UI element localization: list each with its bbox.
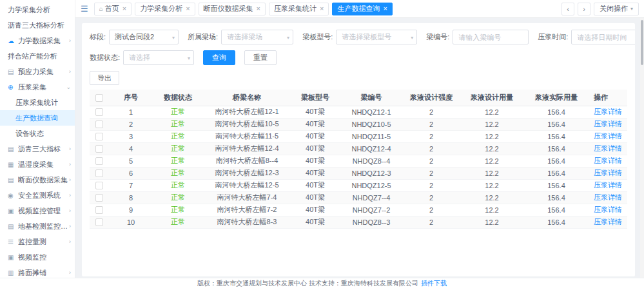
table-row[interactable]: 5正常南河特大桥左幅8--440T梁NHDQZ8--4212.2156.4压浆详…	[90, 155, 627, 167]
sidebar-item[interactable]: 生产数据查询	[0, 110, 75, 126]
tab[interactable]: 断面仪数据采集×	[199, 3, 266, 15]
row-checkbox[interactable]	[95, 218, 103, 226]
collapse-sidebar-icon[interactable]: ☰	[78, 4, 91, 14]
plugin-download-link[interactable]: 插件下载	[421, 279, 447, 288]
close-icon[interactable]: ×	[257, 5, 260, 12]
row-checkbox[interactable]	[95, 120, 103, 128]
table-cell: 40T梁	[291, 106, 340, 118]
camera-icon: ▣	[8, 207, 16, 215]
table-row[interactable]: 1正常南河特大桥左幅12-140T梁NHDQZ12-1212.2156.4压浆详…	[90, 106, 627, 118]
row-checkbox[interactable]	[95, 157, 103, 165]
sidebar-item[interactable]: ▤地基检测监控平台›	[0, 218, 75, 234]
sidebar-item[interactable]: ☰监控量测›	[0, 234, 75, 249]
sidebar-item[interactable]: ▣视频监控	[0, 249, 75, 265]
sidebar-item[interactable]: ▦温湿度采集›	[0, 157, 75, 172]
actions-cell: 压浆详情查看孔位图	[589, 191, 627, 204]
chevron-right-icon: ›	[68, 269, 71, 276]
tab[interactable]: ⌂首页×	[94, 3, 132, 15]
actions-cell: 压浆详情查看孔位图	[589, 216, 627, 228]
table-row[interactable]: 9正常南河特大桥左幅7-240T梁NHDQZ7--2212.2156.4压浆详情…	[90, 204, 627, 216]
close-icon[interactable]: ×	[122, 5, 126, 12]
close-icon[interactable]: ×	[320, 5, 324, 12]
row-checkbox[interactable]	[95, 169, 103, 177]
beam-no-filter-label: 梁编号:	[426, 32, 449, 42]
filter-row-1: 标段: 测试合同段2 ▾ 所属梁场: 请选择梁场 ▾	[90, 30, 627, 44]
close-icon[interactable]: ×	[383, 5, 387, 12]
table-cell: 156.4	[524, 167, 589, 179]
grouting-detail-link[interactable]: 压浆详情	[594, 108, 622, 115]
table-cell: 40T梁	[291, 118, 340, 130]
yard-filter-label: 所属梁场:	[188, 32, 218, 42]
footer: 版权：重庆市交通规划与技术发展中心 技术支持：重庆海特科技发展有限公司 插件下载	[0, 278, 644, 288]
sidebar-item[interactable]: 沥青三大指标分析	[0, 17, 75, 33]
grouting-detail-link[interactable]: 压浆详情	[594, 144, 622, 152]
sidebar-item-label: 生产数据查询	[15, 113, 58, 123]
table-row[interactable]: 2正常南河特大桥左幅10-540T梁NHDQZ10-5212.2156.4压浆详…	[90, 118, 627, 130]
close-icon[interactable]: ×	[186, 5, 190, 12]
tab[interactable]: 压浆采集统计×	[269, 3, 329, 15]
row-checkbox[interactable]	[95, 206, 103, 214]
tab[interactable]: 力学采集分析×	[135, 3, 195, 15]
gauge-icon: ▦	[8, 161, 16, 168]
row-checkbox[interactable]	[95, 133, 103, 140]
select-all-checkbox[interactable]	[95, 94, 103, 102]
sidebar-item[interactable]: 拌合站产能分析	[0, 48, 75, 64]
sidebar-item[interactable]: ⊕压浆采集⌄	[0, 79, 75, 95]
chevron-down-icon: ▾	[287, 35, 289, 41]
sidebar-item[interactable]: 压浆采集统计	[0, 95, 75, 110]
table-row[interactable]: 7正常南河特大桥左幅12-540T梁NHDQZ12-5212.2156.4压浆详…	[90, 179, 627, 191]
chart-icon: ▤	[8, 146, 16, 153]
table-row[interactable]: 3正常南河特大桥左幅11-540T梁NHDQZ11-5212.2156.4压浆详…	[90, 130, 627, 142]
data-status-select[interactable]: 请选择 ▾	[123, 50, 194, 65]
grouting-detail-link[interactable]: 压浆详情	[594, 193, 622, 201]
table-row[interactable]: 4正常南河特大桥左幅12-440T梁NHDQZ12-4212.2156.4压浆详…	[90, 142, 627, 155]
table-cell: 12.2	[460, 216, 524, 228]
sidebar-item[interactable]: ☁力学数据采集›	[0, 33, 75, 48]
sidebar-item[interactable]: 设备状态	[0, 126, 75, 141]
tabs-scroll-left-button[interactable]: ‹	[561, 3, 574, 15]
table-cell: 40T梁	[291, 167, 340, 179]
model-select-placeholder: 请选择梁板型号	[342, 32, 391, 42]
sidebar-item[interactable]: ▤断面仪数据采集›	[0, 172, 75, 187]
row-checkbox[interactable]	[95, 182, 103, 189]
actions-cell: 压浆详情查看孔位图	[589, 106, 627, 118]
sidebar-item[interactable]: ◉安全监测系统›	[0, 187, 75, 203]
table-cell: 5	[109, 155, 153, 167]
sidebar-item-label: 力学数据采集	[18, 36, 61, 46]
grouting-detail-link[interactable]: 压浆详情	[594, 132, 622, 140]
status-badge: 正常	[171, 120, 185, 128]
reset-button[interactable]: 重置	[244, 50, 277, 65]
tab-label: 压浆采集统计	[274, 4, 317, 14]
grouting-detail-link[interactable]: 压浆详情	[594, 181, 622, 189]
grouting-detail-link[interactable]: 压浆详情	[594, 218, 622, 226]
beam-no-input[interactable]	[453, 30, 529, 44]
sidebar-item-label: 温湿度采集	[18, 160, 54, 169]
column-header: 操作	[589, 90, 627, 106]
sidebar-item[interactable]: ▣视频监控管理›	[0, 203, 75, 218]
sidebar-item[interactable]: ▤预应力采集›	[0, 64, 75, 79]
grouting-detail-link[interactable]: 压浆详情	[594, 169, 622, 177]
grouting-detail-link[interactable]: 压浆详情	[594, 206, 622, 213]
tab[interactable]: 生产数据查询×	[332, 3, 392, 15]
query-button[interactable]: 查询	[203, 50, 235, 65]
vertical-scrollbar-thumb[interactable]	[641, 20, 643, 65]
sidebar-item[interactable]: ▤沥青三大指标›	[0, 141, 75, 157]
close-operations-button[interactable]: 关闭操作 ▾	[594, 3, 639, 15]
row-checkbox[interactable]	[95, 194, 103, 202]
column-header: 数据状态	[153, 90, 203, 106]
tabs-scroll-right-button[interactable]: ›	[578, 3, 590, 15]
table-row[interactable]: 6正常南河特大桥左幅12-340T梁NHDQZ12-3212.2156.4压浆详…	[90, 167, 627, 179]
grouting-time-input[interactable]	[571, 30, 635, 44]
model-select[interactable]: 请选择梁板型号 ▾	[336, 30, 417, 44]
yard-select[interactable]: 请选择梁场 ▾	[221, 30, 293, 44]
vertical-scrollbar[interactable]	[640, 18, 644, 278]
row-checkbox[interactable]	[95, 108, 103, 116]
grouting-detail-link[interactable]: 压浆详情	[594, 157, 622, 164]
grouting-detail-link[interactable]: 压浆详情	[594, 120, 622, 128]
export-button[interactable]: 导出	[90, 71, 119, 85]
table-row[interactable]: 10正常南河特大桥左幅8-340T梁NHDQZ8--3212.2156.4压浆详…	[90, 216, 627, 228]
sidebar-item[interactable]: 力学采集分析	[0, 2, 75, 17]
row-checkbox[interactable]	[95, 145, 103, 153]
section-select[interactable]: 测试合同段2 ▾	[109, 30, 179, 44]
table-row[interactable]: 8正常南河特大桥左幅7-440T梁NHDQZ7--4212.2156.4压浆详情…	[90, 191, 627, 204]
